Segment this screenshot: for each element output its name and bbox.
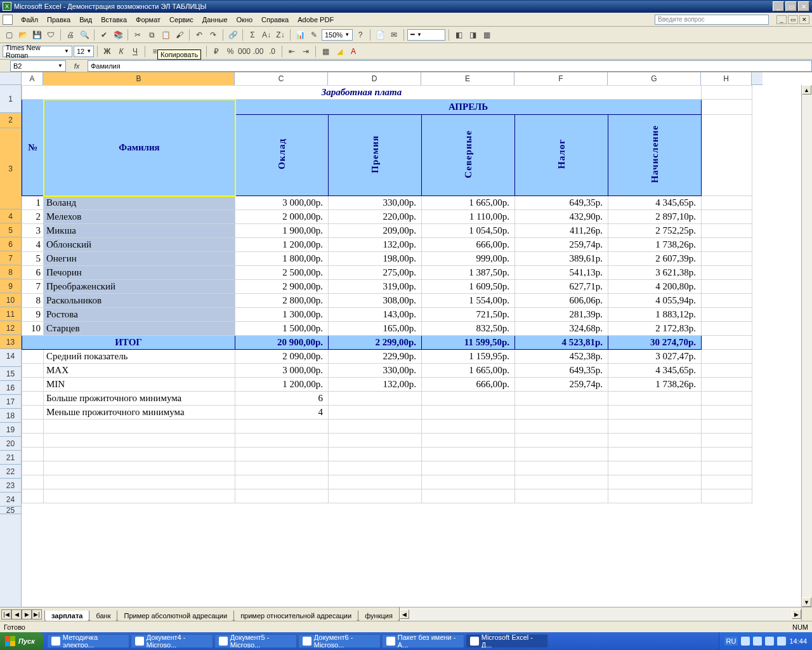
redo-icon[interactable]: ↷	[207, 29, 219, 41]
system-tray[interactable]: RU 14:44	[719, 632, 812, 650]
scroll-right-icon[interactable]: ▶	[792, 609, 801, 619]
header-severnye[interactable]: Северные	[422, 115, 515, 196]
fill-color-icon[interactable]: ◢	[333, 45, 346, 58]
sheet-tab-relative[interactable]: пример относительной адресации	[233, 611, 358, 621]
col-header-D[interactable]: D	[328, 72, 421, 85]
header-oklad[interactable]: Оклад	[235, 115, 329, 196]
menu-format[interactable]: Формат	[131, 15, 165, 25]
col-header-F[interactable]: F	[514, 72, 608, 85]
sheet-tab-absolute[interactable]: Пример абсолютной адресации	[117, 611, 234, 621]
border-combo[interactable]: ━▼	[407, 29, 445, 41]
taskbar-item[interactable]: Методичка электро...	[47, 634, 129, 648]
percent-icon[interactable]: %	[224, 45, 237, 58]
help-icon[interactable]: ?	[354, 29, 367, 41]
maximize-button[interactable]: ▭	[785, 1, 797, 11]
row-header-12[interactable]: 12	[0, 321, 21, 335]
extra1-icon[interactable]: ◧	[452, 29, 465, 41]
col-header-B[interactable]: B	[43, 72, 235, 85]
undo-icon[interactable]: ↶	[193, 29, 206, 41]
zoom-combo[interactable]: 150%▼	[322, 29, 353, 41]
pdf-email-icon[interactable]: ✉	[388, 29, 400, 41]
minimize-button[interactable]: _	[773, 1, 784, 11]
borders-icon[interactable]: ▦	[319, 45, 332, 58]
tray-icon[interactable]	[753, 637, 762, 646]
row-header-5[interactable]: 5	[0, 223, 21, 237]
italic-button[interactable]: К	[115, 45, 128, 58]
header-premiya[interactable]: Премия	[329, 115, 422, 196]
permissions-icon[interactable]: 🛡	[44, 29, 57, 41]
row-header-19[interactable]: 19	[0, 423, 21, 437]
preview-icon[interactable]: 🔍	[78, 29, 91, 41]
row-header-11[interactable]: 11	[0, 307, 21, 321]
scroll-up-icon[interactable]: ▲	[802, 85, 811, 95]
hyperlink-icon[interactable]: 🔗	[226, 29, 239, 41]
taskbar-item-active[interactable]: Microsoft Excel - Д...	[466, 634, 548, 648]
header-month[interactable]: АПРЕЛЬ	[235, 100, 702, 115]
menu-data[interactable]: Данные	[198, 15, 232, 25]
taskbar-item[interactable]: Документ4 - Microso...	[131, 634, 213, 648]
increase-decimal-icon[interactable]: .00	[252, 45, 265, 58]
menu-window[interactable]: Окно	[232, 15, 258, 25]
autosum-icon[interactable]: Σ	[246, 29, 259, 41]
row-header-21[interactable]: 21	[0, 451, 21, 465]
spreadsheet-grid[interactable]: Заработная плата № Фамилия АПРЕЛЬ Оклад …	[22, 85, 752, 503]
name-box[interactable]: B2▼	[10, 60, 66, 72]
select-all-corner[interactable]	[0, 72, 22, 85]
horizontal-scrollbar[interactable]: ◀ ▶	[399, 607, 801, 621]
col-header-A[interactable]: A	[22, 72, 43, 85]
currency-icon[interactable]: ₽	[210, 45, 223, 58]
save-icon[interactable]: 💾	[30, 29, 43, 41]
header-nalog[interactable]: Налог	[515, 115, 608, 196]
close-button[interactable]: ✕	[798, 1, 809, 11]
paste-icon[interactable]: 📋	[159, 29, 172, 41]
row-header-10[interactable]: 10	[0, 293, 21, 307]
tab-first-icon[interactable]: |◀	[1, 609, 11, 620]
scroll-left-icon[interactable]: ◀	[400, 609, 409, 619]
row-header-4[interactable]: 4	[0, 209, 21, 223]
chart-icon[interactable]: 📊	[294, 29, 306, 41]
new-icon[interactable]: ▢	[3, 29, 15, 41]
tab-next-icon[interactable]: ▶	[22, 609, 32, 620]
row-header-22[interactable]: 22	[0, 465, 21, 479]
decrease-decimal-icon[interactable]: .0	[266, 45, 278, 58]
scroll-down-icon[interactable]: ▼	[802, 597, 811, 607]
taskbar-item[interactable]: Пакет без имени - A...	[382, 634, 464, 648]
row-header-25[interactable]: 25	[0, 507, 21, 514]
row-header-13[interactable]: 13	[0, 335, 21, 349]
menu-adobe-pdf[interactable]: Adobe PDF	[293, 15, 338, 25]
clock[interactable]: 14:44	[789, 637, 807, 645]
copy-icon[interactable]: ⧉	[145, 29, 158, 41]
row-header-23[interactable]: 23	[0, 479, 21, 493]
sheet-tab-zarplata[interactable]: зарплата	[44, 611, 89, 621]
underline-button[interactable]: Ч	[129, 45, 141, 58]
row-header-9[interactable]: 9	[0, 279, 21, 293]
decrease-indent-icon[interactable]: ⇤	[285, 45, 298, 58]
taskbar-item[interactable]: Документ5 - Microso...	[214, 634, 297, 648]
language-indicator[interactable]: RU	[724, 637, 738, 646]
col-header-E[interactable]: E	[421, 72, 514, 85]
open-icon[interactable]: 📂	[16, 29, 29, 41]
mdi-minimize-button[interactable]: _	[776, 15, 787, 24]
menu-view[interactable]: Вид	[75, 15, 96, 25]
header-number[interactable]: №	[22, 100, 44, 196]
tab-prev-icon[interactable]: ◀	[11, 609, 22, 620]
header-surname[interactable]: Фамилия	[44, 100, 235, 196]
row-header-18[interactable]: 18	[0, 409, 21, 423]
row-header-14[interactable]: 14	[0, 349, 21, 367]
sheet-tab-function[interactable]: функция	[358, 611, 400, 621]
cut-icon[interactable]: ✂	[131, 29, 144, 41]
font-color-icon[interactable]: A	[347, 45, 360, 58]
tab-last-icon[interactable]: ▶|	[32, 609, 42, 620]
mdi-close-button[interactable]: ✕	[799, 15, 809, 24]
col-header-G[interactable]: G	[608, 72, 701, 85]
tray-icon[interactable]	[777, 637, 786, 646]
row-header-16[interactable]: 16	[0, 381, 21, 395]
row-header-3[interactable]: 3	[0, 128, 21, 209]
row-header-24[interactable]: 24	[0, 493, 21, 507]
font-name-combo[interactable]: Times New Roman▼	[3, 46, 72, 57]
tray-icon[interactable]	[765, 637, 774, 646]
sort-desc-icon[interactable]: Z↓	[274, 29, 287, 41]
pdf-icon[interactable]: 📄	[374, 29, 386, 41]
sort-asc-icon[interactable]: A↓	[260, 29, 273, 41]
row-header-8[interactable]: 8	[0, 265, 21, 279]
